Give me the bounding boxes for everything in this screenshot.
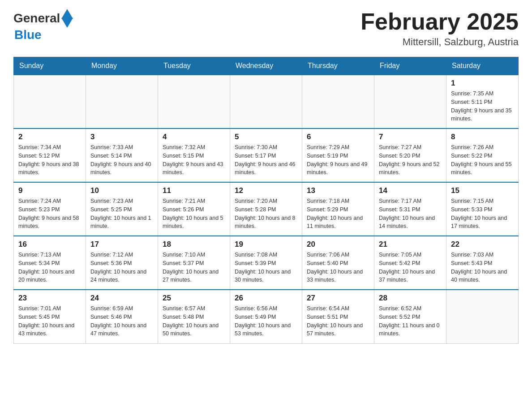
calendar-cell: 25Sunrise: 6:57 AM Sunset: 5:48 PM Dayli…: [158, 290, 230, 343]
day-number: 23: [18, 294, 81, 303]
logo-triangle-up-icon: [61, 9, 73, 19]
day-number: 25: [163, 294, 225, 303]
day-number: 2: [18, 133, 81, 141]
day-number: 6: [307, 133, 369, 141]
day-info: Sunrise: 7:20 AM Sunset: 5:28 PM Dayligh…: [235, 197, 297, 231]
calendar-cell: 11Sunrise: 7:21 AM Sunset: 5:26 PM Dayli…: [158, 182, 230, 236]
day-info: Sunrise: 7:01 AM Sunset: 5:45 PM Dayligh…: [18, 304, 81, 338]
calendar-cell: 10Sunrise: 7:23 AM Sunset: 5:25 PM Dayli…: [86, 182, 158, 236]
day-info: Sunrise: 7:24 AM Sunset: 5:23 PM Dayligh…: [18, 197, 81, 231]
calendar-table: SundayMondayTuesdayWednesdayThursdayFrid…: [13, 57, 519, 344]
day-info: Sunrise: 7:17 AM Sunset: 5:31 PM Dayligh…: [379, 197, 442, 231]
calendar-cell: 8Sunrise: 7:26 AM Sunset: 5:22 PM Daylig…: [446, 128, 519, 182]
weekday-header-monday: Monday: [86, 57, 158, 75]
day-info: Sunrise: 7:18 AM Sunset: 5:29 PM Dayligh…: [307, 197, 369, 231]
day-number: 10: [90, 186, 153, 195]
day-number: 24: [90, 294, 153, 303]
calendar-cell: 28Sunrise: 6:52 AM Sunset: 5:52 PM Dayli…: [374, 290, 446, 343]
calendar-cell: 5Sunrise: 7:30 AM Sunset: 5:17 PM Daylig…: [230, 128, 302, 182]
day-number: 22: [451, 240, 514, 249]
calendar-cell: [230, 75, 302, 128]
day-number: 21: [379, 240, 442, 249]
calendar-cell: [302, 75, 374, 128]
day-number: 1: [451, 79, 514, 88]
calendar-week-row: 23Sunrise: 7:01 AM Sunset: 5:45 PM Dayli…: [14, 290, 519, 343]
day-info: Sunrise: 6:52 AM Sunset: 5:52 PM Dayligh…: [379, 304, 442, 338]
calendar-cell: 9Sunrise: 7:24 AM Sunset: 5:23 PM Daylig…: [14, 182, 86, 236]
day-number: 26: [235, 294, 297, 303]
calendar-cell: [14, 75, 86, 128]
day-info: Sunrise: 7:23 AM Sunset: 5:25 PM Dayligh…: [90, 197, 153, 231]
day-number: 17: [90, 240, 153, 249]
day-number: 12: [235, 186, 297, 195]
day-info: Sunrise: 7:30 AM Sunset: 5:17 PM Dayligh…: [235, 143, 297, 177]
weekday-header-saturday: Saturday: [446, 57, 519, 75]
logo-blue-text: Blue: [14, 28, 73, 42]
day-info: Sunrise: 7:34 AM Sunset: 5:12 PM Dayligh…: [18, 143, 81, 177]
weekday-header-thursday: Thursday: [302, 57, 374, 75]
day-number: 20: [307, 240, 369, 249]
day-number: 28: [379, 294, 442, 303]
calendar-cell: 21Sunrise: 7:05 AM Sunset: 5:42 PM Dayli…: [374, 236, 446, 290]
calendar-cell: 22Sunrise: 7:03 AM Sunset: 5:43 PM Dayli…: [446, 236, 519, 290]
calendar-week-row: 16Sunrise: 7:13 AM Sunset: 5:34 PM Dayli…: [14, 236, 519, 290]
day-info: Sunrise: 7:10 AM Sunset: 5:37 PM Dayligh…: [163, 251, 225, 284]
calendar-cell: 7Sunrise: 7:27 AM Sunset: 5:20 PM Daylig…: [374, 128, 446, 182]
day-number: 16: [18, 240, 81, 249]
day-info: Sunrise: 6:59 AM Sunset: 5:46 PM Dayligh…: [90, 304, 153, 338]
calendar-cell: 3Sunrise: 7:33 AM Sunset: 5:14 PM Daylig…: [86, 128, 158, 182]
calendar-cell: 23Sunrise: 7:01 AM Sunset: 5:45 PM Dayli…: [14, 290, 86, 343]
day-info: Sunrise: 7:05 AM Sunset: 5:42 PM Dayligh…: [379, 251, 442, 284]
calendar-week-row: 2Sunrise: 7:34 AM Sunset: 5:12 PM Daylig…: [14, 128, 519, 182]
calendar-cell: 19Sunrise: 7:08 AM Sunset: 5:39 PM Dayli…: [230, 236, 302, 290]
calendar-cell: [158, 75, 230, 128]
calendar-cell: 2Sunrise: 7:34 AM Sunset: 5:12 PM Daylig…: [14, 128, 86, 182]
logo: General Blue: [13, 9, 73, 42]
calendar-cell: 26Sunrise: 6:56 AM Sunset: 5:49 PM Dayli…: [230, 290, 302, 343]
calendar-week-row: 1Sunrise: 7:35 AM Sunset: 5:11 PM Daylig…: [14, 75, 519, 128]
weekday-header-tuesday: Tuesday: [158, 57, 230, 75]
day-number: 9: [18, 186, 81, 195]
calendar-week-row: 9Sunrise: 7:24 AM Sunset: 5:23 PM Daylig…: [14, 182, 519, 236]
day-number: 5: [235, 133, 297, 141]
calendar-cell: 15Sunrise: 7:15 AM Sunset: 5:33 PM Dayli…: [446, 182, 519, 236]
weekday-header-friday: Friday: [374, 57, 446, 75]
weekday-header-wednesday: Wednesday: [230, 57, 302, 75]
day-info: Sunrise: 7:32 AM Sunset: 5:15 PM Dayligh…: [163, 143, 225, 177]
day-number: 3: [90, 133, 153, 141]
day-number: 15: [451, 186, 514, 195]
calendar-cell: 12Sunrise: 7:20 AM Sunset: 5:28 PM Dayli…: [230, 182, 302, 236]
day-number: 8: [451, 133, 514, 141]
calendar-cell: 16Sunrise: 7:13 AM Sunset: 5:34 PM Dayli…: [14, 236, 86, 290]
day-info: Sunrise: 6:56 AM Sunset: 5:49 PM Dayligh…: [235, 304, 297, 338]
calendar-cell: 18Sunrise: 7:10 AM Sunset: 5:37 PM Dayli…: [158, 236, 230, 290]
day-number: 4: [163, 133, 225, 141]
day-number: 7: [379, 133, 442, 141]
logo-triangle-down-icon: [61, 18, 73, 28]
calendar-cell: [374, 75, 446, 128]
calendar-cell: 20Sunrise: 7:06 AM Sunset: 5:40 PM Dayli…: [302, 236, 374, 290]
day-number: 11: [163, 186, 225, 195]
title-section: February 2025 Mittersill, Salzburg, Aust…: [360, 9, 519, 48]
day-number: 13: [307, 186, 369, 195]
day-info: Sunrise: 7:35 AM Sunset: 5:11 PM Dayligh…: [451, 90, 514, 123]
day-number: 14: [379, 186, 442, 195]
day-info: Sunrise: 7:27 AM Sunset: 5:20 PM Dayligh…: [379, 143, 442, 177]
day-number: 19: [235, 240, 297, 249]
day-info: Sunrise: 7:29 AM Sunset: 5:19 PM Dayligh…: [307, 143, 369, 177]
day-info: Sunrise: 7:21 AM Sunset: 5:26 PM Dayligh…: [163, 197, 225, 231]
calendar-cell: 27Sunrise: 6:54 AM Sunset: 5:51 PM Dayli…: [302, 290, 374, 343]
calendar-cell: 1Sunrise: 7:35 AM Sunset: 5:11 PM Daylig…: [446, 75, 519, 128]
calendar-cell: 4Sunrise: 7:32 AM Sunset: 5:15 PM Daylig…: [158, 128, 230, 182]
day-info: Sunrise: 7:26 AM Sunset: 5:22 PM Dayligh…: [451, 143, 514, 177]
calendar-cell: 6Sunrise: 7:29 AM Sunset: 5:19 PM Daylig…: [302, 128, 374, 182]
day-info: Sunrise: 7:13 AM Sunset: 5:34 PM Dayligh…: [18, 251, 81, 284]
calendar-cell: 13Sunrise: 7:18 AM Sunset: 5:29 PM Dayli…: [302, 182, 374, 236]
calendar-cell: [86, 75, 158, 128]
day-info: Sunrise: 7:08 AM Sunset: 5:39 PM Dayligh…: [235, 251, 297, 284]
location-text: Mittersill, Salzburg, Austria: [360, 36, 519, 48]
calendar-cell: [446, 290, 519, 343]
day-info: Sunrise: 7:06 AM Sunset: 5:40 PM Dayligh…: [307, 251, 369, 284]
page-header: General Blue February 2025 Mittersill, S…: [13, 9, 519, 48]
day-info: Sunrise: 6:57 AM Sunset: 5:48 PM Dayligh…: [163, 304, 225, 338]
